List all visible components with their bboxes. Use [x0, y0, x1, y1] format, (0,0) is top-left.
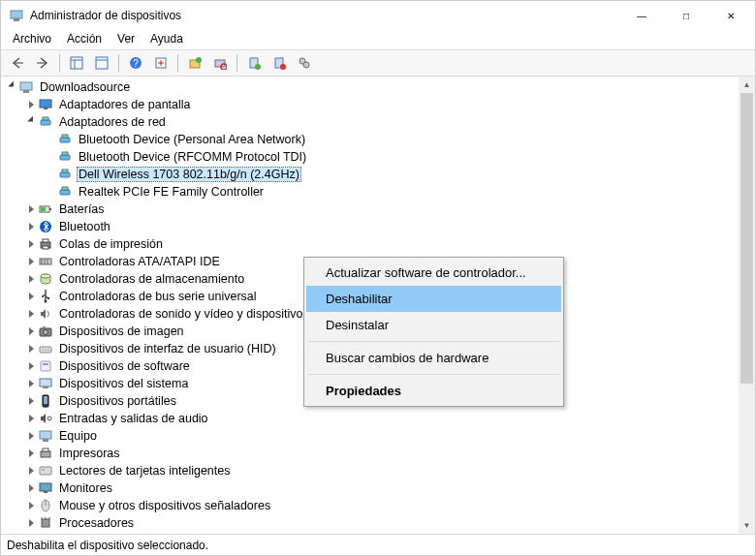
svg-rect-20 [20, 82, 32, 90]
context-menu-item[interactable]: Desinstalar [306, 312, 561, 338]
scroll-down-button[interactable]: ▼ [739, 517, 755, 534]
expand-arrow-icon[interactable] [24, 361, 38, 372]
tree-item[interactable]: Baterías [1, 201, 755, 218]
close-button[interactable]: ✕ [709, 1, 753, 30]
menu-ayuda[interactable]: Ayuda [142, 30, 191, 49]
tree-item[interactable]: Dell Wireless 1703 802.11b/g/n (2.4GHz) [1, 166, 755, 183]
update-driver-button[interactable] [183, 52, 206, 74]
expand-arrow-icon[interactable] [24, 344, 38, 355]
titlebar: Administrador de dispositivos — □ ✕ [1, 1, 755, 30]
toolbar-separator [59, 54, 60, 72]
smartcard-icon [38, 463, 53, 479]
tree-item[interactable]: Realtek PCIe FE Family Controller [1, 183, 755, 201]
network-icon [57, 167, 73, 182]
expand-arrow-icon[interactable] [24, 309, 38, 320]
uninstall-button[interactable] [242, 52, 266, 74]
minimize-button[interactable]: — [619, 1, 664, 30]
tree-item[interactable]: Procesadores [1, 514, 755, 532]
properties-button[interactable] [293, 52, 316, 74]
menu-archivo[interactable]: Archivo [5, 30, 59, 49]
tree-item[interactable]: Impresoras [1, 445, 755, 462]
tree-item[interactable]: Bluetooth Device (RFCOMM Protocol TDI) [1, 148, 755, 166]
forward-button[interactable] [31, 52, 54, 74]
tree-item[interactable]: Bluetooth Device (Personal Area Network) [1, 131, 755, 148]
tree-item[interactable]: Bluetooth [1, 218, 755, 235]
expand-arrow-icon[interactable] [24, 483, 38, 494]
maximize-button[interactable]: □ [664, 1, 709, 30]
context-menu-separator [308, 374, 559, 375]
scroll-up-button[interactable]: ▲ [739, 77, 755, 93]
expand-arrow-icon[interactable] [24, 431, 38, 442]
tree-item-label: Dell Wireless 1703 802.11b/g/n (2.4GHz) [77, 167, 301, 182]
tree-item-label: Baterías [57, 202, 107, 216]
svg-point-46 [45, 300, 47, 303]
tree-item-label: Dispositivos de interfaz de usuario (HID… [57, 342, 278, 355]
tree-item[interactable]: Monitores [1, 479, 755, 497]
svg-rect-63 [40, 431, 51, 439]
svg-rect-48 [47, 297, 49, 299]
expand-arrow-icon[interactable] [24, 448, 38, 459]
expand-arrow-icon[interactable] [24, 501, 38, 511]
expand-arrow-icon[interactable] [24, 379, 38, 389]
show-tree-button[interactable] [65, 52, 88, 74]
disable-button[interactable] [268, 52, 291, 74]
expand-arrow-icon[interactable] [24, 396, 38, 407]
portable-icon [38, 393, 53, 409]
context-menu-item[interactable]: Propiedades [306, 378, 561, 404]
scroll-thumb[interactable] [740, 93, 753, 384]
help-button[interactable]: ? [124, 52, 147, 74]
statusbar: Deshabilita el dispositivo seleccionado. [1, 534, 755, 555]
svg-rect-67 [40, 467, 51, 475]
expand-arrow-icon[interactable] [24, 257, 38, 267]
tree-item[interactable]: Adaptadores de pantalla [1, 96, 755, 113]
expand-arrow-icon[interactable] [24, 239, 38, 250]
expand-arrow-icon[interactable] [24, 326, 38, 337]
tree-item-label: Realtek PCIe FE Family Controller [77, 185, 266, 199]
show-panel-button[interactable] [90, 52, 113, 74]
tree-item[interactable]: Entradas y salidas de audio [1, 410, 755, 427]
window-controls: — □ ✕ [619, 1, 753, 30]
scroll-track[interactable] [739, 93, 755, 517]
device-tree[interactable]: DownloadsourceAdaptadores de pantallaAda… [1, 77, 755, 534]
expand-arrow-icon[interactable] [24, 204, 38, 215]
expand-arrow-icon[interactable] [24, 222, 38, 232]
menu-accion[interactable]: Acción [59, 30, 110, 49]
expand-arrow-icon[interactable] [24, 292, 38, 302]
context-menu-item[interactable]: Buscar cambios de hardware [306, 345, 561, 371]
svg-point-62 [47, 417, 51, 420]
tree-item[interactable]: Adaptadores de red [1, 113, 755, 131]
expand-arrow-icon[interactable] [24, 414, 38, 424]
expand-arrow-icon[interactable] [24, 518, 38, 529]
tree-item[interactable]: Equipo [1, 427, 755, 445]
svg-rect-65 [41, 451, 50, 457]
mouse-icon [38, 498, 53, 513]
tree-item[interactable]: Colas de impresión [1, 235, 755, 253]
svg-point-17 [280, 64, 286, 70]
svg-rect-2 [71, 57, 82, 69]
scan-button[interactable] [208, 52, 232, 74]
tree-root[interactable]: Downloadsource [1, 78, 755, 96]
system-icon [38, 376, 53, 391]
back-button[interactable] [6, 52, 29, 74]
expand-arrow-icon[interactable] [24, 466, 38, 477]
action-button[interactable] [149, 52, 173, 74]
storage-icon [38, 271, 53, 287]
tree-item[interactable]: Lectores de tarjetas inteligentes [1, 462, 755, 479]
sound-icon [38, 306, 53, 322]
cpu-icon [38, 515, 53, 531]
context-menu-item[interactable]: Actualizar software de controlador... [306, 260, 561, 286]
svg-rect-66 [43, 448, 48, 451]
menu-ver[interactable]: Ver [110, 30, 142, 49]
expand-arrow-icon[interactable] [24, 274, 38, 285]
hid-icon [38, 341, 53, 356]
expand-arrow-icon[interactable] [5, 81, 18, 93]
tree-item[interactable]: Mouse y otros dispositivos señaladores [1, 497, 755, 514]
tree-item-label: Lectores de tarjetas inteligentes [57, 464, 233, 478]
expand-arrow-icon[interactable] [24, 100, 38, 110]
svg-rect-1 [14, 18, 19, 21]
device-manager-window: Administrador de dispositivos — □ ✕ Arch… [0, 0, 756, 556]
context-menu-item[interactable]: Deshabilitar [306, 286, 561, 312]
collapse-arrow-icon[interactable] [24, 116, 38, 128]
svg-point-53 [43, 350, 44, 351]
vertical-scrollbar[interactable]: ▲ ▼ [739, 77, 755, 534]
